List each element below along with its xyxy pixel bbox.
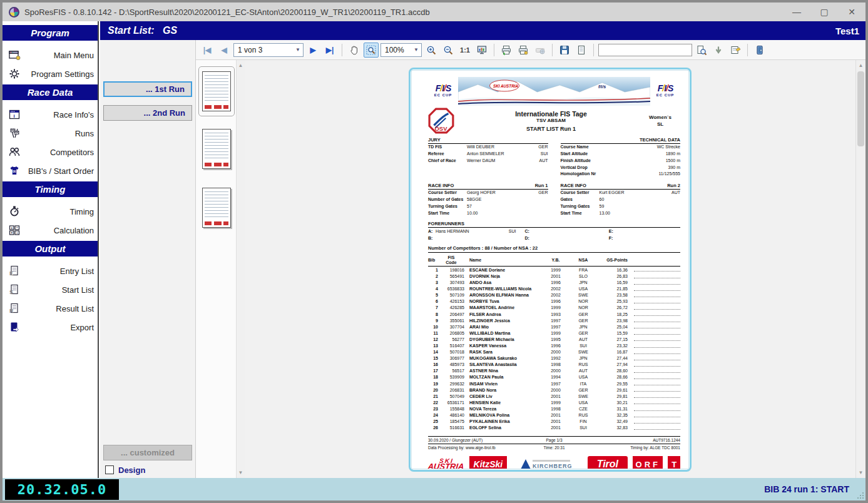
- minimize-button[interactable]: —: [783, 3, 810, 21]
- ski-austria-logo: SKI AUSTRIA: [427, 459, 465, 469]
- table-row: 23 155848 NOVA Tereza 1998 CZE 31,31: [428, 405, 680, 412]
- properties-button[interactable]: [728, 43, 743, 58]
- close-preview-button[interactable]: [752, 43, 767, 58]
- export-report-button[interactable]: [574, 43, 589, 58]
- zoom-region-tool-button[interactable]: [364, 43, 379, 58]
- design-label: Design: [118, 465, 145, 475]
- page-select[interactable]: 1 von 3▼: [233, 43, 304, 57]
- hand-tool-button[interactable]: [347, 43, 362, 58]
- competitors-people-icon: [6, 146, 23, 158]
- svg-text:−: −: [16, 226, 19, 230]
- table-row: 26 516631 EGLOFF Selina 2001 SUI 32,83: [428, 425, 680, 431]
- thumbnail-scrollbar[interactable]: ▲ ▼: [236, 60, 245, 478]
- table-row: 9 355061 HILZINGER Jessica 1997 GER 23,9…: [428, 317, 680, 323]
- resize-grip-icon[interactable]: [855, 490, 864, 499]
- table-row: 4 6536833 ROUNTREE-WILLIAMS Nicola 2002 …: [428, 286, 680, 292]
- signature-line: [634, 328, 680, 328]
- table-row: 21 507049 CEDER Liv 2001 SWE 29,81: [428, 393, 680, 399]
- table-row: 19 299632 INSAM Vivien 1997 ITA 29,55: [428, 380, 680, 387]
- signature-line: [634, 417, 680, 417]
- zoom-in-icon: [426, 44, 437, 56]
- sidebar-item-entry-list[interactable]: E Entry List: [3, 262, 98, 280]
- document-footer: 30.09.2020 / Glungezer (AUT) Page 1/3 AU…: [428, 436, 680, 452]
- maximize-button[interactable]: ▢: [810, 3, 838, 21]
- table-row: 24 486140 MELNIKOVA Polina 2001 RUS 32,3…: [428, 412, 680, 419]
- signature-line: [634, 410, 680, 411]
- chevron-down-icon: ▼: [293, 47, 303, 53]
- search-button[interactable]: [694, 43, 709, 58]
- sidebar-item-bibs-start-order[interactable]: 06 BIB's / Start Order: [3, 161, 98, 180]
- signature-line: [634, 385, 680, 385]
- stopwatch-icon: [6, 205, 23, 218]
- zoom-select[interactable]: 100%▼: [380, 43, 422, 57]
- forerunner-slot: D:: [524, 235, 608, 241]
- event-title: Internationale FIS Tage: [462, 110, 640, 118]
- first-page-button[interactable]: |◀: [200, 43, 215, 58]
- scrollbar-thumb[interactable]: [857, 71, 864, 146]
- print-setup-button[interactable]: [516, 43, 531, 58]
- save-button[interactable]: [557, 43, 572, 58]
- sidebar-item-start-list[interactable]: S Start List: [3, 280, 98, 299]
- signature-line: [634, 397, 680, 398]
- forerunner-slot: C:: [524, 228, 608, 235]
- zoom-out-button[interactable]: [441, 43, 456, 58]
- footer-data-processing: Data Processing by: www.alge-tirol.tb: [428, 444, 512, 452]
- actual-size-button[interactable]: 1:1: [457, 43, 472, 58]
- table-row: 8 206497 FILSER Andrea 1993 GER 18,25: [428, 311, 680, 317]
- previous-page-button[interactable]: ◀: [217, 43, 232, 58]
- page-thumbnail-2[interactable]: [202, 129, 231, 169]
- signature-line: [634, 366, 680, 367]
- signature-line: [634, 334, 680, 335]
- signature-line: [634, 271, 680, 272]
- scroll-down-icon[interactable]: ▼: [856, 470, 865, 475]
- svg-text:f/i/s: f/i/s: [598, 84, 606, 89]
- fit-page-button[interactable]: [474, 43, 489, 58]
- search-next-button[interactable]: [711, 43, 726, 58]
- sidebar-item-main-menu[interactable]: Main Menu: [3, 46, 98, 64]
- next-page-button[interactable]: ▶: [305, 43, 320, 58]
- technical-row: Vertical Drop390 m: [561, 165, 681, 171]
- svg-text:06: 06: [13, 170, 16, 173]
- sidebar-item-program-settings[interactable]: Program Settings: [3, 64, 98, 83]
- last-page-button[interactable]: ▶|: [322, 43, 337, 58]
- sidebar-item-runs[interactable]: Runs: [3, 124, 98, 143]
- first-run-button[interactable]: ... 1st Run: [103, 81, 192, 97]
- sidebar-item-race-infos[interactable]: i Race Info's: [3, 105, 98, 124]
- preview-body: ▲ ▼ F/I/S EC CUP: [196, 60, 865, 478]
- forerunner-slot: F:: [609, 235, 680, 241]
- zoom-in-button[interactable]: [424, 43, 439, 58]
- page-thumbnail-1[interactable]: [198, 66, 235, 116]
- start-list-document-icon: S: [6, 283, 23, 296]
- search-input[interactable]: [598, 44, 692, 56]
- svg-text:R: R: [9, 308, 14, 314]
- print-button[interactable]: [499, 43, 514, 58]
- technical-rows: Course NameWC StreckeStart Altitude1890 …: [561, 144, 681, 178]
- second-run-button[interactable]: ... 2nd Run: [103, 105, 192, 121]
- footer-date-place: 30.09.2020 / Glungezer (AUT): [428, 437, 512, 444]
- design-checkbox[interactable]: [105, 465, 114, 474]
- main-area: Start List: GS Test1 ... 1st Run ... 2nd…: [100, 21, 865, 478]
- monitor-icon: [476, 44, 488, 56]
- scroll-down-icon[interactable]: ▼: [237, 470, 245, 475]
- scroll-up-icon[interactable]: ▲: [856, 63, 865, 68]
- sidebar-section-race-data: Race Data: [3, 84, 98, 100]
- close-button[interactable]: ✕: [838, 3, 865, 21]
- race-info-window-icon: i: [6, 108, 23, 121]
- footer-time: Time: 20:31: [512, 444, 596, 452]
- fis-ec-cup-logo-right: F/I/S EC CUP: [650, 74, 680, 106]
- sidebar-item-result-list[interactable]: R Result List: [3, 299, 98, 318]
- vertical-scrollbar[interactable]: ▲ ▼: [855, 60, 865, 478]
- sidebar-item-export[interactable]: Export: [3, 318, 98, 337]
- organizer: TSV ABSAM: [462, 118, 640, 123]
- customized-button[interactable]: ... customized: [103, 445, 192, 460]
- sidebar-item-calculation[interactable]: +−×÷ Calculation: [3, 221, 98, 240]
- print-web-button[interactable]: [533, 43, 548, 58]
- svg-text:SKI AUSTRIA: SKI AUSTRIA: [493, 84, 518, 88]
- scroll-up-icon[interactable]: ▲: [237, 63, 245, 68]
- entry-list-document-icon: E: [6, 265, 23, 277]
- sidebar-item-timing[interactable]: Timing: [3, 202, 98, 221]
- sidebar-item-competitors[interactable]: Competitors: [3, 143, 98, 161]
- title-bar: SpoResFIS - 0.8.10.142 - D:\SportResult\…: [3, 3, 865, 21]
- sidebar-section-program: Program: [3, 25, 98, 41]
- page-thumbnail-3[interactable]: [202, 188, 231, 228]
